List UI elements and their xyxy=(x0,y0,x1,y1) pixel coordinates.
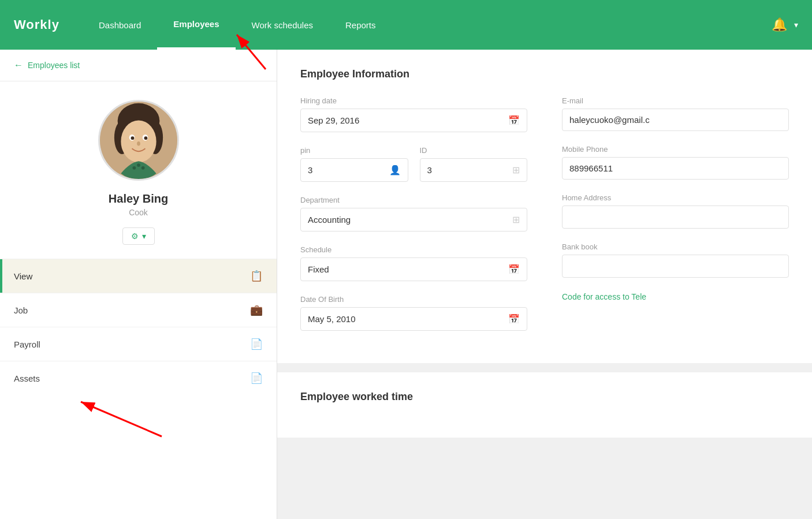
pin-input[interactable]: 3 👤 xyxy=(300,158,408,182)
mobile-label: Mobile Phone xyxy=(562,145,789,154)
app-logo: Workly xyxy=(14,17,59,32)
department-value: Accounting xyxy=(308,215,351,225)
sidebar-item-view[interactable]: View 📋 xyxy=(0,259,277,293)
notification-bell-icon[interactable]: 🔔 xyxy=(772,17,787,32)
nav-work-schedules[interactable]: Work schedules xyxy=(236,0,329,50)
department-label: Department xyxy=(300,196,527,204)
employee-profile: Haley Bing Cook ⚙ ▾ xyxy=(0,81,277,259)
form-left: Hiring date Sep 29, 2016 📅 pin 3 👤 xyxy=(300,96,527,345)
department-field: Department Accounting ⊞ xyxy=(300,196,527,232)
tele-access-link[interactable]: Code for access to Tele xyxy=(562,292,646,301)
main-layout: ← Employees list xyxy=(0,50,812,519)
email-field: E-mail haleycuoko@gmail.c xyxy=(562,96,789,131)
hiring-date-value: Sep 29, 2016 xyxy=(308,115,359,125)
svg-point-6 xyxy=(121,121,156,163)
dob-calendar-icon: 📅 xyxy=(508,313,520,324)
mobile-input[interactable]: 889966511 xyxy=(562,157,789,180)
schedule-value: Fixed xyxy=(308,264,329,274)
employee-name: Haley Bing xyxy=(109,192,168,206)
schedule-calendar-icon: 📅 xyxy=(508,264,520,275)
chevron-down-icon[interactable]: ▾ xyxy=(794,20,798,29)
mobile-value: 889966511 xyxy=(569,163,613,173)
schedule-label: Schedule xyxy=(300,245,527,254)
id-value: 3 xyxy=(427,165,432,175)
dob-field: Date Of Birth May 5, 2010 📅 xyxy=(300,295,527,331)
chevron-icon: ▾ xyxy=(142,232,146,241)
tele-access-field: Code for access to Tele xyxy=(562,292,789,302)
svg-point-11 xyxy=(137,141,140,146)
gear-icon: ⚙ xyxy=(131,232,139,241)
sidebar: ← Employees list xyxy=(0,50,277,519)
content-area: Employee Information Hiring date Sep 29,… xyxy=(277,50,812,519)
dob-label: Date Of Birth xyxy=(300,295,527,304)
nav-reports[interactable]: Reports xyxy=(329,0,392,50)
email-input[interactable]: haleycuoko@gmail.c xyxy=(562,109,789,131)
svg-point-13 xyxy=(137,163,140,167)
hiring-date-input[interactable]: Sep 29, 2016 📅 xyxy=(300,109,527,132)
section-divider xyxy=(277,363,812,372)
bank-book-input[interactable] xyxy=(562,255,789,278)
nav-employees[interactable]: Employees xyxy=(157,0,235,50)
mobile-field: Mobile Phone 889966511 xyxy=(562,145,789,180)
department-input[interactable]: Accounting ⊞ xyxy=(300,208,527,232)
avatar-image xyxy=(100,100,177,181)
view-icon: 📋 xyxy=(250,270,263,282)
dob-input[interactable]: May 5, 2010 📅 xyxy=(300,307,527,331)
payroll-icon: 📄 xyxy=(250,338,263,350)
section-title-worked-time: Employee worked time xyxy=(300,391,789,403)
employee-info-section: Employee Information Hiring date Sep 29,… xyxy=(277,50,812,363)
header-right: 🔔 ▾ xyxy=(772,17,798,32)
sidebar-item-job[interactable]: Job 💼 xyxy=(0,293,277,327)
email-label: E-mail xyxy=(562,96,789,105)
home-address-input[interactable] xyxy=(562,206,789,229)
main-nav: Dashboard Employees Work schedules Repor… xyxy=(83,0,772,50)
settings-button[interactable]: ⚙ ▾ xyxy=(122,227,155,245)
calendar-icon: 📅 xyxy=(508,115,520,126)
dob-value: May 5, 2010 xyxy=(308,314,356,324)
form-right: E-mail haleycuoko@gmail.c Mobile Phone 8… xyxy=(562,96,789,345)
svg-point-14 xyxy=(141,166,144,170)
job-icon: 💼 xyxy=(250,304,263,316)
bank-book-field: Bank book xyxy=(562,242,789,278)
header: Workly Dashboard Employees Work schedule… xyxy=(0,0,812,50)
id-label: ID xyxy=(420,146,528,155)
svg-point-9 xyxy=(131,136,134,140)
form-container: Hiring date Sep 29, 2016 📅 pin 3 👤 xyxy=(300,96,789,345)
svg-point-12 xyxy=(132,166,136,170)
view-label: View xyxy=(14,271,32,281)
grid-icon: ⊞ xyxy=(512,165,520,176)
section-title-employee-info: Employee Information xyxy=(300,68,789,80)
id-field: ID 3 ⊞ xyxy=(420,146,528,182)
job-label: Job xyxy=(14,305,28,315)
nav-dashboard[interactable]: Dashboard xyxy=(83,0,157,50)
schedule-field: Schedule Fixed 📅 xyxy=(300,245,527,281)
sidebar-item-payroll[interactable]: Payroll 📄 xyxy=(0,327,277,361)
email-value: haleycuoko@gmail.c xyxy=(569,115,650,125)
bank-book-label: Bank book xyxy=(562,242,789,251)
pin-value: 3 xyxy=(308,165,312,175)
payroll-label: Payroll xyxy=(14,339,40,349)
back-label: Employees list xyxy=(28,61,80,70)
assets-icon: 📄 xyxy=(250,372,263,384)
home-address-field: Home Address xyxy=(562,193,789,229)
worked-time-section: Employee worked time xyxy=(277,372,812,438)
department-grid-icon: ⊞ xyxy=(512,214,520,225)
schedule-input[interactable]: Fixed 📅 xyxy=(300,257,527,281)
back-arrow-icon: ← xyxy=(14,60,23,70)
home-address-label: Home Address xyxy=(562,193,789,202)
pin-field: pin 3 👤 xyxy=(300,146,408,182)
hiring-date-label: Hiring date xyxy=(300,96,527,105)
pin-id-row: pin 3 👤 ID 3 ⊞ xyxy=(300,146,527,196)
sidebar-item-assets[interactable]: Assets 📄 xyxy=(0,361,277,395)
assets-label: Assets xyxy=(14,374,40,383)
hiring-date-field: Hiring date Sep 29, 2016 📅 xyxy=(300,96,527,132)
svg-point-10 xyxy=(144,136,147,140)
employee-role: Cook xyxy=(129,208,148,217)
sidebar-menu: View 📋 Job 💼 Payroll 📄 Assets 📄 xyxy=(0,259,277,395)
employees-list-link[interactable]: ← Employees list xyxy=(0,50,277,81)
id-input[interactable]: 3 ⊞ xyxy=(420,158,528,182)
person-icon: 👤 xyxy=(389,165,401,176)
pin-label: pin xyxy=(300,146,408,155)
avatar xyxy=(98,100,179,181)
